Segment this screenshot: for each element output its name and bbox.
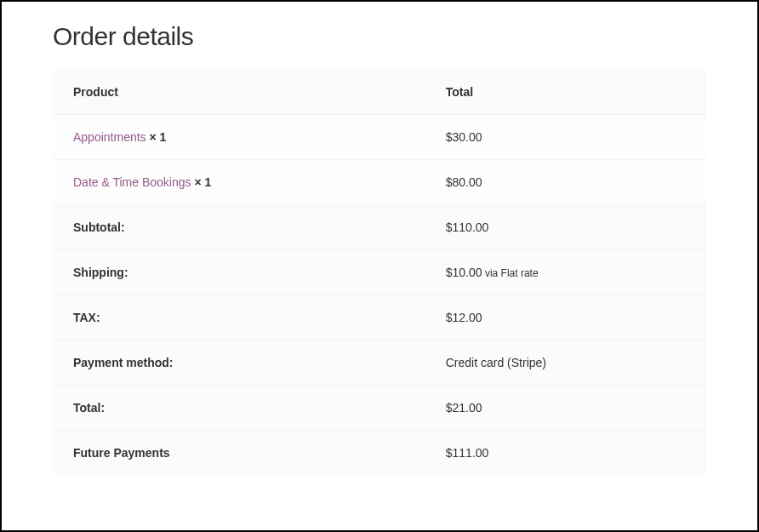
future-payments-label: Future Payments	[53, 431, 425, 476]
product-total: $80.00	[425, 160, 706, 205]
table-row: Appointments × 1 $30.00	[53, 115, 706, 160]
order-details-container: Order details Product Total Appointments…	[2, 2, 757, 475]
subtotal-label: Subtotal:	[53, 205, 425, 250]
tax-value: $12.00	[425, 295, 706, 340]
product-link[interactable]: Date & Time Bookings	[73, 175, 191, 189]
subtotal-value: $110.00	[425, 205, 706, 250]
shipping-value: $10.00 via Flat rate	[425, 250, 706, 295]
order-details-table: Product Total Appointments × 1 $30.00 Da…	[53, 70, 706, 475]
page-title: Order details	[53, 22, 706, 51]
table-row: Date & Time Bookings × 1 $80.00	[53, 160, 706, 205]
column-header-total: Total	[425, 70, 706, 115]
shipping-via: via Flat rate	[482, 267, 539, 279]
product-link[interactable]: Appointments	[73, 130, 146, 144]
product-total: $30.00	[425, 115, 706, 160]
column-header-product: Product	[53, 70, 425, 115]
total-row: Total: $21.00	[53, 386, 706, 431]
payment-method-value: Credit card (Stripe)	[425, 340, 706, 386]
product-cell: Date & Time Bookings × 1	[53, 160, 425, 205]
shipping-label: Shipping:	[53, 250, 425, 295]
total-label: Total:	[53, 386, 425, 431]
subtotal-row: Subtotal: $110.00	[53, 205, 706, 250]
product-cell: Appointments × 1	[53, 115, 425, 160]
shipping-row: Shipping: $10.00 via Flat rate	[53, 250, 706, 295]
payment-method-row: Payment method: Credit card (Stripe)	[53, 340, 706, 386]
tax-row: TAX: $12.00	[53, 295, 706, 340]
payment-method-label: Payment method:	[53, 340, 425, 386]
product-qty: × 1	[146, 130, 167, 144]
tax-label: TAX:	[53, 295, 425, 340]
product-qty: × 1	[191, 175, 212, 189]
future-payments-value: $111.00	[425, 431, 706, 476]
total-value: $21.00	[425, 386, 706, 431]
table-header-row: Product Total	[53, 70, 706, 115]
future-payments-row: Future Payments $111.00	[53, 431, 706, 476]
